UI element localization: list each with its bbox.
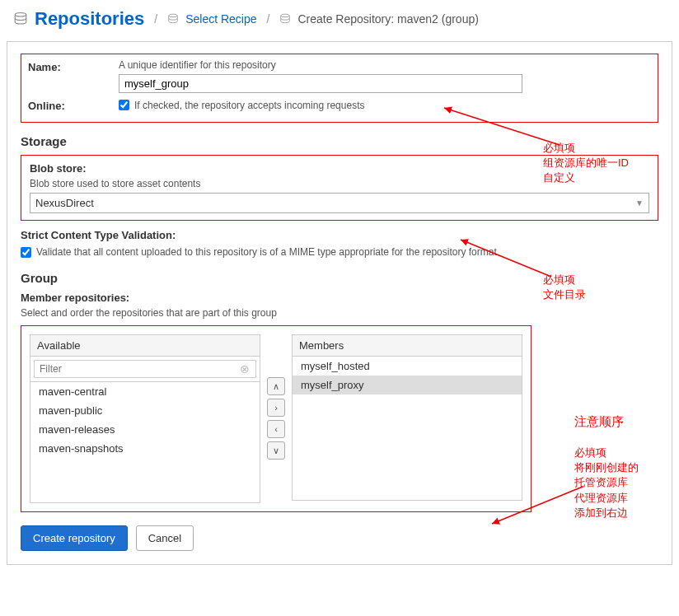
move-up-button[interactable]: ∧ [267, 377, 285, 395]
breadcrumb-separator: / [267, 12, 270, 26]
name-hint: A unique identifier for this repository [119, 59, 651, 71]
list-item[interactable]: maven-snapshots [30, 439, 260, 458]
online-label: Online: [28, 98, 119, 112]
button-row: Create repository Cancel [21, 525, 658, 551]
member-label: Member repositories: [21, 292, 658, 304]
storage-heading: Storage [21, 134, 658, 148]
blob-select[interactable]: NexusDirect ▼ [30, 193, 649, 213]
online-desc: If checked, the repository accepts incom… [134, 100, 364, 111]
blob-value: NexusDirect [35, 197, 94, 209]
database-icon [279, 13, 291, 25]
breadcrumb: Repositories / Select Recipe / Create Re… [0, 0, 679, 38]
filter-input[interactable] [34, 360, 256, 378]
strict-desc: Validate that all content uploaded to th… [36, 246, 497, 258]
blob-hint: Blob store used to store asset contents [30, 178, 649, 189]
list-item[interactable]: myself_proxy [293, 376, 522, 394]
available-list[interactable]: maven-centralmaven-publicmaven-releasesm… [30, 381, 260, 503]
name-input[interactable] [119, 74, 522, 93]
name-section: Name: A unique identifier for this repos… [21, 54, 658, 123]
content-panel: Name: A unique identifier for this repos… [7, 41, 672, 565]
svg-point-0 [15, 13, 26, 17]
cancel-button[interactable]: Cancel [136, 525, 194, 551]
create-button[interactable]: Create repository [21, 525, 128, 551]
database-icon [167, 13, 179, 25]
move-down-button[interactable]: ∨ [267, 441, 285, 460]
breadcrumb-separator: / [154, 12, 157, 26]
annotation-4: 必填项 将刚刚创建的 托管资源库 代理资源库 添加到右边 [574, 446, 639, 520]
members-header: Members [292, 334, 522, 356]
group-heading: Group [21, 271, 658, 285]
chevron-down-icon: ▼ [635, 198, 644, 208]
members-list[interactable]: myself_hostedmyself_proxy [292, 356, 522, 501]
available-column: Available ⊗ maven-centralmaven-publicmav… [30, 334, 260, 503]
list-item[interactable]: maven-public [30, 401, 260, 420]
move-right-button[interactable]: › [267, 399, 285, 417]
name-label: Name: [28, 59, 119, 73]
move-left-button[interactable]: ‹ [267, 420, 285, 438]
list-item[interactable]: maven-releases [30, 420, 260, 439]
svg-point-1 [169, 14, 178, 17]
dual-list: Available ⊗ maven-centralmaven-publicmav… [21, 325, 531, 512]
clear-icon[interactable]: ⊗ [240, 362, 250, 376]
list-item[interactable]: myself_hosted [293, 357, 522, 376]
move-buttons: ∧ › ‹ ∨ [267, 377, 285, 503]
annotation-3: 注意顺序 [574, 413, 624, 430]
strict-checkbox[interactable] [21, 247, 31, 258]
blob-label: Blob store: [30, 162, 649, 175]
available-header: Available [30, 334, 260, 356]
strict-label: Strict Content Type Validation: [21, 229, 658, 241]
database-icon [13, 12, 28, 26]
online-checkbox[interactable] [119, 100, 129, 110]
breadcrumb-select-recipe[interactable]: Select Recipe [185, 12, 256, 26]
member-hint: Select and order the repositories that a… [21, 307, 658, 319]
svg-point-2 [281, 14, 290, 17]
list-item[interactable]: maven-central [30, 382, 260, 401]
breadcrumb-current: Create Repository: maven2 (group) [297, 12, 478, 26]
breadcrumb-title[interactable]: Repositories [35, 8, 144, 30]
storage-section: Blob store: Blob store used to store ass… [21, 155, 658, 221]
members-column: Members myself_hostedmyself_proxy [292, 334, 522, 503]
